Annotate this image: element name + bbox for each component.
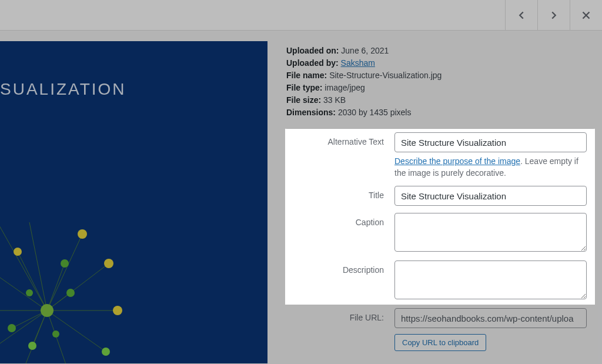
svg-point-26	[102, 348, 110, 356]
alt-text-row: Alternative Text Describe the purpose of…	[286, 129, 594, 182]
svg-point-21	[113, 306, 122, 315]
media-meta: Uploaded on: June 6, 2021 Uploaded by: S…	[286, 45, 594, 119]
modal-topbar	[0, 0, 602, 31]
file-type-value: image/jpeg	[325, 83, 365, 92]
file-url-row: File URL: Copy URL to clipboard	[286, 305, 594, 355]
title-label: Title	[286, 186, 394, 200]
caption-label: Caption	[286, 213, 394, 227]
alt-help-link[interactable]: Describe the purpose of the image	[394, 156, 520, 166]
media-preview-image[interactable]: SUALIZATION	[0, 41, 267, 363]
prev-button[interactable]	[505, 0, 537, 30]
file-size-value: 33 KB	[323, 95, 346, 105]
chevron-left-icon	[515, 9, 528, 22]
alt-text-help: Describe the purpose of the image. Leave…	[394, 156, 587, 179]
svg-point-33	[26, 289, 33, 296]
highlighted-fields: Alternative Text Describe the purpose of…	[285, 129, 595, 305]
file-url-label: File URL:	[286, 308, 394, 322]
svg-point-31	[8, 324, 16, 332]
close-button[interactable]	[570, 0, 602, 30]
svg-point-23	[14, 248, 22, 256]
network-graph-icon	[0, 175, 165, 363]
svg-line-13	[18, 252, 47, 310]
svg-point-25	[66, 289, 75, 297]
title-input[interactable]	[394, 186, 587, 206]
dimensions-label: Dimensions:	[286, 108, 336, 117]
uploaded-by-label: Uploaded by:	[286, 58, 339, 68]
svg-line-10	[0, 310, 47, 352]
file-type-label: File type:	[286, 83, 322, 92]
svg-line-4	[47, 234, 82, 310]
uploaded-on-value: June 6, 2021	[341, 46, 389, 55]
description-row: Description	[286, 257, 594, 305]
alt-text-input[interactable]	[394, 132, 587, 152]
uploaded-by-link[interactable]: Saksham	[341, 58, 375, 68]
svg-point-19	[78, 229, 87, 239]
description-label: Description	[286, 261, 394, 275]
media-preview-pane: SUALIZATION	[0, 31, 267, 364]
svg-point-18	[41, 304, 53, 317]
preview-image-title: SUALIZATION	[0, 80, 126, 99]
dimensions-value: 2030 by 1435 pixels	[338, 108, 412, 117]
uploaded-on-label: Uploaded on:	[286, 46, 339, 55]
svg-point-34	[52, 330, 59, 338]
file-url-input[interactable]	[394, 308, 587, 328]
caption-input[interactable]	[394, 213, 587, 252]
alt-text-label: Alternative Text	[286, 132, 394, 146]
svg-point-24	[61, 259, 69, 268]
chevron-right-icon	[547, 9, 560, 22]
next-button[interactable]	[537, 0, 570, 30]
modal-body: SUALIZATION	[0, 31, 602, 364]
svg-point-20	[104, 259, 113, 268]
close-icon	[580, 9, 593, 22]
copy-url-button[interactable]: Copy URL to clipboard	[394, 334, 486, 351]
svg-line-3	[29, 222, 47, 310]
title-row: Title	[286, 182, 594, 209]
file-name-label: File name:	[286, 71, 327, 80]
media-details-pane: Uploaded on: June 6, 2021 Uploaded by: S…	[267, 31, 602, 364]
caption-row: Caption	[286, 209, 594, 257]
file-name-value: Site-Structure-Visualization.jpg	[329, 71, 442, 80]
svg-point-32	[28, 342, 36, 350]
file-size-label: File size:	[286, 95, 321, 105]
description-input[interactable]	[394, 261, 587, 299]
